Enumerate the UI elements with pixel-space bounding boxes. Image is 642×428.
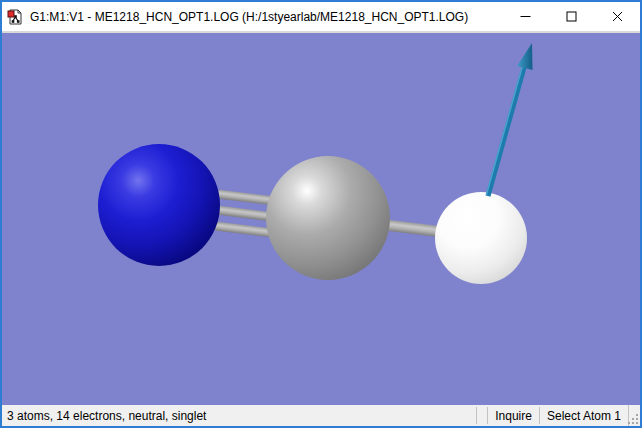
minimize-button[interactable] (502, 2, 548, 31)
status-mode-inquire: Inquire (487, 407, 539, 424)
window-controls (502, 2, 640, 31)
close-icon (612, 11, 623, 22)
gaussview-document-icon (7, 9, 23, 25)
maximize-icon (566, 11, 577, 22)
dipole-moment-arrow (2, 33, 640, 405)
molecule-summary: 3 atoms, 14 electrons, neutral, singlet (2, 409, 476, 423)
window-title: G1:M1:V1 - ME1218_HCN_OPT1.LOG (H:/1stye… (30, 10, 502, 24)
close-button[interactable] (594, 2, 640, 31)
status-select-atom: Select Atom 1 (539, 407, 628, 424)
title-bar[interactable]: G1:M1:V1 - ME1218_HCN_OPT1.LOG (H:/1stye… (2, 2, 640, 31)
status-bar: 3 atoms, 14 electrons, neutral, singlet … (2, 405, 640, 426)
molecule-viewport[interactable] (2, 33, 640, 405)
maximize-button[interactable] (548, 2, 594, 31)
minimize-icon (520, 11, 531, 22)
status-cell-empty (476, 407, 487, 424)
gaussview-window: G1:M1:V1 - ME1218_HCN_OPT1.LOG (H:/1stye… (0, 0, 642, 428)
resize-grip[interactable] (628, 405, 640, 426)
